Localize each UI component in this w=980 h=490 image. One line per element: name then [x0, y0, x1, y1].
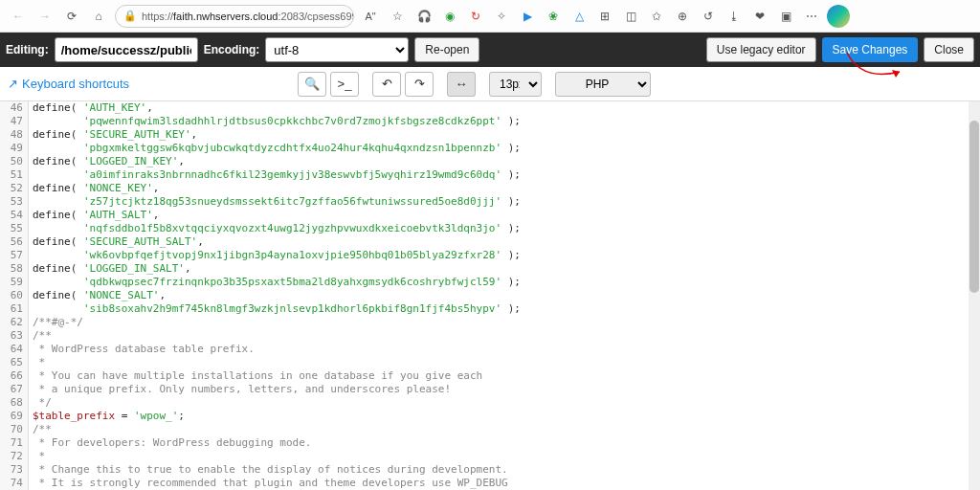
ext-play-icon[interactable]: ▶	[517, 6, 538, 27]
keyboard-shortcuts-link[interactable]: ↗ Keyboard shortcuts	[8, 77, 129, 91]
reader-icon[interactable]: A"	[360, 6, 381, 27]
code-editor[interactable]: 4647484950515253545556575859606162636465…	[0, 101, 980, 490]
browser-toolbar: ← → ⟳ ⌂ 🔒 https://faith.nwhservers.cloud…	[0, 0, 980, 33]
wrap-button[interactable]: ↔	[447, 72, 476, 97]
split-icon[interactable]: ◫	[620, 6, 641, 27]
code-content[interactable]: define( 'AUTH_KEY', 'pqwennfqwim3lsdadhh…	[29, 101, 980, 490]
undo-button[interactable]: ↶	[372, 72, 401, 97]
close-button[interactable]: Close	[924, 37, 974, 62]
history-icon[interactable]: ↺	[698, 6, 719, 27]
keyboard-shortcuts-label: Keyboard shortcuts	[22, 77, 129, 91]
extensions-icon[interactable]: ⊞	[594, 6, 615, 27]
reopen-button[interactable]: Re-open	[414, 37, 479, 62]
address-bar[interactable]: 🔒 https://faith.nwhservers.cloud:2083/cp…	[115, 5, 354, 28]
copilot-icon[interactable]	[827, 5, 850, 28]
terminal-button[interactable]: >_	[330, 72, 359, 97]
font-size-select[interactable]: 13px	[489, 72, 542, 97]
favorite-icon[interactable]: ☆	[387, 6, 408, 27]
tool-row: ↗ Keyboard shortcuts 🔍 >_ ↶ ↷ ↔ 13px PHP	[0, 67, 980, 101]
scrollbar-thumb[interactable]	[969, 121, 979, 293]
editing-label: Editing:	[6, 43, 49, 56]
ext-triangle-icon[interactable]: △	[568, 6, 590, 27]
encoding-label: Encoding:	[204, 43, 260, 56]
collections-icon[interactable]: ⊕	[672, 6, 693, 27]
headphones-icon[interactable]: 🎧	[413, 6, 434, 27]
favorites-bar-icon[interactable]: ✩	[646, 6, 667, 27]
back-icon[interactable]: ←	[8, 6, 29, 27]
editor-toolbar: Editing: Encoding: utf-8 Re-open Use leg…	[0, 33, 980, 67]
screenshot-icon[interactable]: ▣	[775, 6, 796, 27]
performance-icon[interactable]: ❤	[749, 6, 770, 27]
search-button[interactable]: 🔍	[298, 72, 326, 97]
ext-red-icon[interactable]: ↻	[465, 6, 486, 27]
downloads-icon[interactable]: ⭳	[724, 6, 745, 27]
ext-wand-icon[interactable]: ✧	[491, 6, 512, 27]
home-icon[interactable]: ⌂	[88, 6, 109, 27]
scrollbar-track[interactable]	[969, 101, 980, 490]
refresh-icon[interactable]: ⟳	[61, 6, 82, 27]
url-prefix: https://	[142, 11, 173, 22]
legacy-editor-button[interactable]: Use legacy editor	[706, 37, 816, 62]
url-host: faith.nwhservers.cloud	[173, 11, 278, 22]
line-gutter: 4647484950515253545556575859606162636465…	[0, 101, 29, 490]
external-icon: ↗	[8, 77, 18, 91]
ext-green-icon[interactable]: ◉	[439, 6, 460, 27]
file-path-input[interactable]	[55, 37, 198, 62]
ext-leaf-icon[interactable]: ❀	[543, 6, 564, 27]
forward-icon: →	[34, 6, 56, 27]
language-select[interactable]: PHP	[555, 72, 651, 97]
url-rest: :2083/cpsess6991773143/fronten...	[278, 11, 354, 22]
more-icon[interactable]: ⋯	[801, 6, 822, 27]
redo-button[interactable]: ↷	[405, 72, 434, 97]
save-changes-button[interactable]: Save Changes	[822, 37, 919, 62]
lock-icon: 🔒	[123, 10, 137, 22]
encoding-select[interactable]: utf-8	[265, 37, 409, 62]
